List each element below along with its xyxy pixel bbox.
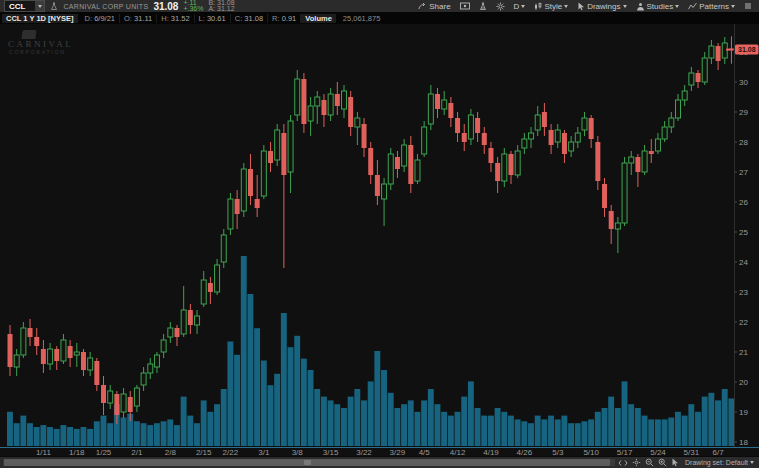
volume-bar [261, 361, 267, 447]
volume-bar [675, 412, 681, 446]
share-icon [418, 2, 427, 10]
drawings-button[interactable]: Drawings [574, 0, 629, 12]
volume-bar [174, 425, 180, 446]
chart-area[interactable]: CARNIVAL CORPORATION 1819202122232425262… [0, 24, 759, 456]
date-tick-label: 5/31 [684, 448, 700, 456]
volume-bar [368, 381, 374, 446]
studies-button[interactable]: Studies [633, 0, 683, 12]
candle-down [41, 349, 46, 364]
date-tick-label: 5/3 [552, 448, 564, 456]
volume-label: Volume [301, 14, 336, 23]
volume-bar [214, 404, 220, 446]
quick-study-button[interactable] [476, 0, 490, 12]
candle-up [388, 154, 393, 184]
menu-button[interactable] [741, 0, 755, 12]
volume-bar [635, 408, 641, 446]
candle-up [415, 160, 420, 181]
pan-arrows-button[interactable] [617, 457, 629, 468]
candle-down [475, 118, 480, 133]
candle-up [575, 133, 580, 142]
date-tick-label: 5/24 [650, 448, 666, 456]
candle-down [602, 184, 607, 208]
candle-up [355, 118, 360, 127]
bottom-status-bar: Drawing set: Default [0, 456, 759, 468]
candle-up [161, 340, 166, 352]
zoom-out-button[interactable] [644, 457, 655, 468]
volume-bar [421, 400, 427, 446]
candle-up [295, 79, 300, 115]
candle-up [61, 340, 66, 361]
style-button[interactable]: Style [531, 0, 571, 12]
drawing-set-label[interactable]: Drawing set: Default [685, 459, 748, 466]
volume-bar [134, 421, 140, 446]
candle-up [676, 100, 681, 118]
snapshot-button[interactable] [457, 0, 473, 12]
candle-down [208, 283, 213, 292]
candle-up [241, 169, 246, 211]
candle-down [268, 151, 273, 163]
flask-icon[interactable] [50, 2, 58, 11]
candle-up [315, 97, 320, 106]
candle-down [448, 103, 453, 118]
pointer-button[interactable] [670, 457, 680, 468]
symbol-input[interactable]: CCL [4, 0, 45, 12]
auto-scale-button[interactable] [631, 457, 642, 468]
patterns-button[interactable]: Patterns [685, 0, 738, 12]
volume-bar [682, 416, 688, 446]
ohlc-field: O: 31.11 [120, 14, 157, 23]
candle-down [455, 118, 460, 133]
share-button[interactable]: Share [415, 0, 453, 12]
candle-up [181, 310, 186, 334]
candle-up [502, 154, 507, 181]
candle-up [529, 133, 534, 139]
volume-bar [321, 397, 327, 446]
chart-settings-button[interactable] [493, 0, 508, 12]
date-tick-label: 2/1 [131, 448, 143, 456]
candle-up [141, 373, 146, 385]
candle-up [308, 106, 313, 121]
volume-bar [121, 418, 127, 447]
candle-up [555, 130, 560, 142]
date-tick-label: 3/22 [356, 448, 372, 456]
price-volume-chart[interactable]: 18192021222324252627282930311/111/181/25… [0, 24, 759, 456]
zoom-out-icon [645, 458, 654, 467]
top-toolbar: CCL CARNIVAL CORP UNITS 31.08 +.11 +.36%… [0, 0, 759, 13]
volume-bar [101, 416, 107, 446]
volume-bar [27, 423, 33, 446]
ohlc-field: C: 31.08 [231, 14, 268, 23]
candle-up [522, 139, 527, 148]
symbol-dropdown-button[interactable] [35, 1, 44, 11]
style-icon [534, 2, 542, 11]
gear-icon [496, 2, 505, 11]
beaker-icon [479, 2, 487, 11]
volume-bar [328, 400, 334, 446]
candle-up [442, 100, 447, 109]
candle-down [68, 346, 73, 358]
volume-bar [561, 416, 567, 446]
zoom-in-button[interactable] [657, 457, 668, 468]
volume-bar [588, 419, 594, 446]
volume-bar [695, 412, 701, 446]
timeframe-button[interactable]: D [511, 0, 529, 12]
volume-bar [354, 389, 360, 446]
scrollbar-thumb[interactable] [4, 459, 610, 466]
candle-down [188, 310, 193, 325]
candle-up [702, 58, 707, 82]
ohlc-field: R: 0.91 [268, 14, 301, 23]
studies-icon [636, 2, 645, 11]
volume-bar [14, 423, 20, 446]
candle-up [535, 115, 540, 130]
date-tick-label: 4/26 [517, 448, 533, 456]
price-tick-label: 26 [739, 198, 748, 207]
volume-bar [581, 421, 587, 446]
horizontal-scrollbar[interactable] [3, 459, 615, 466]
candle-down [94, 361, 99, 385]
candle-down [549, 130, 554, 145]
candle-up [662, 127, 667, 139]
volume-bar [602, 408, 608, 446]
candle-up [468, 115, 473, 139]
volume-bar [181, 397, 187, 446]
percent-change: +.36% [183, 6, 203, 12]
drawing-set-dropdown-icon[interactable] [750, 461, 754, 464]
candle-down [368, 148, 373, 175]
